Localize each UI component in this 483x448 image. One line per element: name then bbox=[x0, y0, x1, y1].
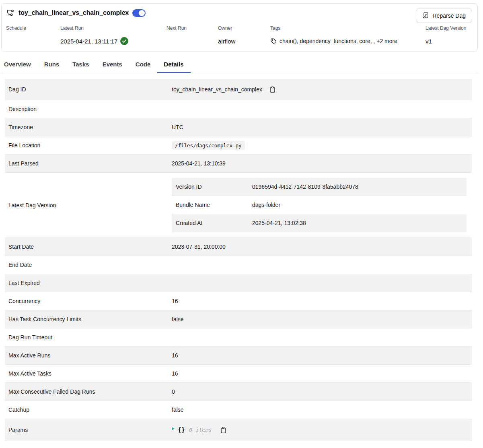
success-check-icon bbox=[120, 37, 128, 45]
table-row-last-parsed: Last Parsed 2025-04-21, 13:10:39 bbox=[5, 155, 472, 173]
tab-code[interactable]: Code bbox=[136, 56, 151, 73]
row-label: Dag ID bbox=[5, 86, 172, 93]
dag-tabbar: Overview Runs Tasks Events Code Details bbox=[1, 56, 478, 73]
timezone-value: UTC bbox=[172, 124, 472, 130]
details-table: Dag ID toy_chain_linear_vs_chain_complex… bbox=[5, 79, 472, 441]
bundle-name-value: dags-folder bbox=[252, 202, 467, 208]
copy-params-icon[interactable] bbox=[220, 427, 226, 434]
dag-id-value: toy_chain_linear_vs_chain_complex bbox=[172, 86, 262, 93]
expand-arrow-icon[interactable] bbox=[172, 427, 175, 430]
row-label: Dag Run Timeout bbox=[5, 334, 172, 341]
latest-run-value[interactable]: 2025-04-21, 13:11:17 bbox=[60, 38, 117, 45]
created-at-value: 2025-04-21, 13:02:38 bbox=[252, 220, 467, 226]
table-row-catchup: Catchup false bbox=[5, 401, 472, 419]
owner-label: Owner bbox=[218, 25, 270, 31]
max-consecutive-failed-value: 0 bbox=[172, 388, 472, 395]
row-label: Version ID bbox=[172, 184, 252, 190]
table-row-start-date: Start Date 2023-07-31, 20:00:00 bbox=[5, 238, 472, 256]
table-row-dag-id: Dag ID toy_chain_linear_vs_chain_complex bbox=[5, 79, 472, 100]
concurrency-value: 16 bbox=[172, 298, 472, 304]
dag-meta-row: Schedule Latest Run 2025-04-21, 13:11:17… bbox=[5, 25, 471, 45]
dag-title-row: toy_chain_linear_vs_chain_complex bbox=[5, 9, 471, 17]
nested-row-bundle-name: Bundle Name dags-folder bbox=[172, 196, 467, 214]
tags-value[interactable]: chain(), dependency_functions, core, , +… bbox=[280, 38, 397, 44]
dag-header-card: toy_chain_linear_vs_chain_complex Repars… bbox=[1, 3, 478, 52]
table-row-concurrency: Concurrency 16 bbox=[5, 292, 472, 310]
latest-dag-version-label: Latest Dag Version bbox=[425, 25, 471, 31]
meta-next-run: Next Run bbox=[166, 25, 218, 45]
meta-owner: Owner airflow bbox=[218, 25, 270, 45]
catchup-value: false bbox=[172, 407, 472, 413]
tab-runs[interactable]: Runs bbox=[44, 56, 60, 73]
tab-overview[interactable]: Overview bbox=[4, 56, 31, 73]
tags-label: Tags bbox=[270, 25, 425, 31]
latest-run-label: Latest Run bbox=[60, 25, 166, 31]
row-label: End Date bbox=[5, 262, 172, 268]
max-active-runs-value: 16 bbox=[172, 352, 472, 359]
row-label: Start Date bbox=[5, 244, 172, 250]
row-label: Last Parsed bbox=[5, 160, 172, 167]
start-date-value: 2023-07-31, 20:00:00 bbox=[172, 244, 472, 250]
row-label: File Location bbox=[5, 142, 172, 149]
table-row-dag-run-timeout: Dag Run Timeout bbox=[5, 328, 472, 347]
json-items-count: 0 items bbox=[189, 427, 212, 433]
table-row-params: Params {} 0 items bbox=[5, 419, 472, 441]
has-task-concurrency-limits-value: false bbox=[172, 316, 472, 322]
latest-dag-version-value: v1 bbox=[425, 37, 471, 45]
file-location-value: /files/dags/complex.py bbox=[172, 141, 245, 150]
table-row-end-date: End Date bbox=[5, 256, 472, 274]
row-label: Description bbox=[5, 106, 172, 112]
meta-tags: Tags chain(), dependency_functions, core… bbox=[270, 25, 425, 45]
row-label: Max Active Runs bbox=[5, 352, 172, 359]
table-row-last-expired: Last Expired bbox=[5, 274, 472, 292]
tag-icon bbox=[270, 38, 277, 45]
table-row-timezone: Timezone UTC bbox=[5, 118, 472, 136]
row-label: Latest Dag Version bbox=[5, 202, 172, 209]
copy-dag-id-icon[interactable] bbox=[269, 86, 275, 93]
next-run-label: Next Run bbox=[166, 25, 218, 31]
row-label: Max Consecutive Failed Dag Runs bbox=[5, 388, 172, 395]
table-row-description: Description bbox=[5, 100, 472, 118]
meta-latest-dag-version: Latest Dag Version v1 bbox=[425, 25, 471, 45]
meta-schedule: Schedule bbox=[6, 25, 60, 45]
tab-events[interactable]: Events bbox=[103, 56, 122, 73]
row-label: Catchup bbox=[5, 407, 172, 413]
table-row-has-task-concurrency-limits: Has Task Concurrency Limits false bbox=[5, 310, 472, 328]
dag-version-nested-table: Version ID 0196594d-4412-7142-8109-3fa5a… bbox=[172, 178, 467, 232]
table-row-latest-dag-version: Latest Dag Version Version ID 0196594d-4… bbox=[5, 173, 472, 238]
row-label: Created At bbox=[172, 220, 252, 226]
owner-value: airflow bbox=[218, 37, 270, 45]
nested-row-version-id: Version ID 0196594d-4412-7142-8109-3fa5a… bbox=[172, 178, 467, 196]
reparse-dag-button[interactable]: Reparse Dag bbox=[416, 8, 473, 23]
table-row-max-active-runs: Max Active Runs 16 bbox=[5, 347, 472, 365]
row-label: Params bbox=[5, 427, 172, 433]
table-row-file-location: File Location /files/dags/complex.py bbox=[5, 136, 472, 155]
schedule-label: Schedule bbox=[6, 25, 60, 31]
tab-details[interactable]: Details bbox=[164, 56, 183, 73]
tab-tasks[interactable]: Tasks bbox=[72, 56, 89, 73]
meta-latest-run: Latest Run 2025-04-21, 13:11:17 bbox=[60, 25, 166, 45]
row-label: Last Expired bbox=[5, 280, 172, 286]
reparse-label: Reparse Dag bbox=[433, 12, 466, 19]
last-parsed-value: 2025-04-21, 13:10:39 bbox=[172, 160, 472, 167]
row-label: Max Active Tasks bbox=[5, 370, 172, 377]
reparse-icon bbox=[422, 12, 429, 19]
params-json-viewer: {} 0 items bbox=[172, 426, 226, 434]
nested-row-created-at: Created At 2025-04-21, 13:02:38 bbox=[172, 214, 467, 232]
page-title: toy_chain_linear_vs_chain_complex bbox=[18, 9, 129, 17]
schedule-value bbox=[6, 37, 60, 45]
row-label: Bundle Name bbox=[172, 202, 252, 208]
dag-pause-toggle[interactable] bbox=[132, 9, 146, 17]
row-label: Timezone bbox=[5, 124, 172, 130]
version-id-value: 0196594d-4412-7142-8109-3fa5abb24078 bbox=[252, 184, 467, 190]
table-row-max-consecutive-failed-dag-runs: Max Consecutive Failed Dag Runs 0 bbox=[5, 383, 472, 401]
table-row-max-active-tasks: Max Active Tasks 16 bbox=[5, 365, 472, 383]
max-active-tasks-value: 16 bbox=[172, 370, 472, 377]
toggle-knob bbox=[139, 10, 145, 16]
dag-icon bbox=[6, 9, 15, 17]
json-braces[interactable]: {} bbox=[178, 426, 185, 434]
next-run-value bbox=[166, 37, 218, 45]
row-label: Has Task Concurrency Limits bbox=[5, 316, 172, 322]
row-label: Concurrency bbox=[5, 298, 172, 304]
